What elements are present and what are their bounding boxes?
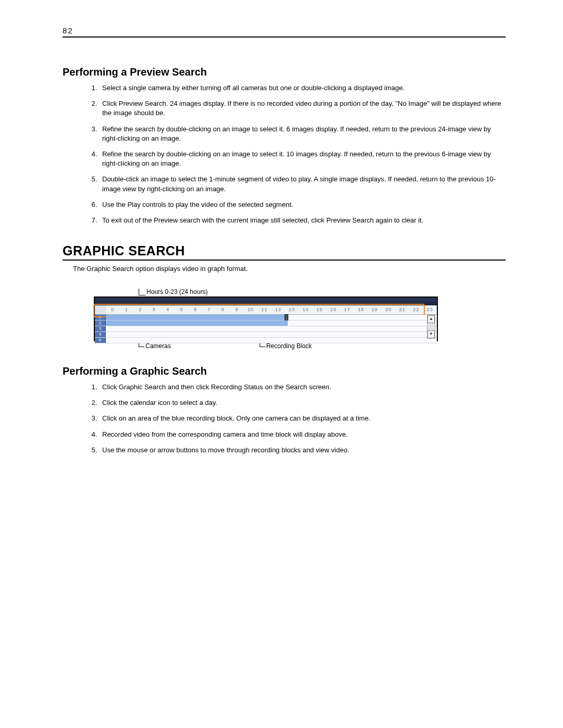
hour-cell: 10	[244, 305, 258, 314]
list-item: Click on an area of the blue recording b…	[99, 414, 506, 423]
hour-cell: 1	[119, 305, 133, 314]
camera-row: 2	[95, 320, 437, 326]
camera-label: 1	[95, 315, 106, 320]
list-item: Double-click an image to select the 1-mi…	[99, 175, 506, 193]
graphic-search-steps: Click Graphic Search and then click Reco…	[63, 382, 506, 455]
heading-preview-search: Performing a Preview Search	[63, 66, 506, 78]
list-item: Click Graphic Search and then click Reco…	[99, 382, 506, 392]
hour-cell: 6	[189, 305, 202, 314]
callout-recording-block: Recording Block	[260, 342, 312, 350]
recording-area[interactable]	[106, 315, 437, 320]
hour-cell: 21	[396, 305, 409, 314]
hour-cell: 16	[326, 305, 340, 314]
camera-label: 3	[95, 326, 106, 331]
callout-line-icon	[139, 289, 145, 295]
graphic-search-figure: Hours 0-23 (24 hours) 0 1 2 3 4 5 6 7 8 …	[94, 288, 438, 350]
bottom-callouts: Cameras Recording Block	[94, 342, 438, 350]
hour-cell: 0	[106, 305, 119, 314]
document-page: 82 Performing a Preview Search Select a …	[0, 0, 563, 499]
recording-block[interactable]	[106, 315, 288, 320]
page-header: 82	[63, 26, 506, 38]
callout-hours: Hours 0-23 (24 hours)	[139, 288, 438, 295]
vertical-scrollbar[interactable]: ▲ ▼	[427, 315, 435, 339]
hour-cell: 4	[161, 305, 175, 314]
list-item: Recorded video from the corresponding ca…	[99, 430, 506, 439]
hour-cell: 23	[423, 305, 436, 314]
list-item: Use the Play controls to play the video …	[99, 200, 506, 209]
timeline-header-bar	[95, 298, 437, 305]
hour-cell: 5	[175, 305, 188, 314]
page-number: 82	[63, 26, 74, 35]
hour-cell: 17	[340, 305, 354, 314]
section-divider	[63, 260, 506, 261]
hour-cell: 13	[285, 305, 299, 314]
hours-row: 0 1 2 3 4 5 6 7 8 9 10 11 12 13 14 15 16…	[95, 305, 437, 315]
camera-row: 4	[95, 332, 437, 338]
camera-row: 5	[95, 338, 437, 343]
recording-block[interactable]	[106, 320, 288, 326]
list-item: Use the mouse or arrow buttons to move t…	[99, 446, 506, 455]
scroll-up-icon[interactable]: ▲	[427, 315, 435, 323]
preview-search-steps: Select a single camera by either turning…	[63, 83, 506, 225]
recording-area[interactable]	[106, 320, 437, 326]
hour-cell: 12	[271, 305, 285, 314]
hour-cell: 14	[299, 305, 312, 314]
list-item: Click the calendar icon to select a day.	[99, 398, 506, 408]
hour-cell: 7	[202, 305, 216, 314]
hour-cell: 2	[133, 305, 147, 314]
hour-cell: 19	[368, 305, 382, 314]
camera-column-header	[95, 305, 106, 314]
list-item: To exit out of the Preview search with t…	[99, 216, 506, 225]
heading-graphic-search: GRAPHIC SEARCH	[63, 243, 506, 258]
heading-performing-graphic-search: Performing a Graphic Search	[63, 365, 506, 377]
hour-cell: 22	[409, 305, 423, 314]
hour-cell: 3	[147, 305, 161, 314]
hour-cell: 18	[354, 305, 368, 314]
camera-label: 2	[95, 320, 106, 326]
callout-recording-label: Recording Block	[266, 342, 312, 350]
recording-area[interactable]	[106, 326, 437, 331]
camera-row: 1	[95, 315, 437, 320]
recording-area[interactable]	[106, 332, 437, 337]
camera-label: 4	[95, 332, 106, 337]
callout-cameras-label: Cameras	[145, 342, 171, 350]
timeline-panel: 0 1 2 3 4 5 6 7 8 9 10 11 12 13 14 15 16…	[94, 297, 438, 341]
hour-cell: 9	[230, 305, 243, 314]
list-item: Click Preview Search. 24 images display.…	[99, 99, 506, 118]
hour-cell: 20	[382, 305, 395, 314]
camera-row: 3	[95, 326, 437, 332]
graphic-search-intro: The Graphic Search option displays video…	[63, 265, 506, 273]
list-item: Select a single camera by either turning…	[99, 83, 506, 93]
scroll-down-icon[interactable]: ▼	[427, 330, 435, 338]
callout-cameras: Cameras	[139, 342, 171, 350]
list-item: Refine the search by double-clicking on …	[99, 125, 506, 143]
list-item: Refine the search by double-clicking on …	[99, 150, 506, 168]
hour-cell: 8	[216, 305, 230, 314]
callout-hours-label: Hours 0-23 (24 hours)	[146, 288, 207, 295]
recording-area[interactable]	[106, 338, 437, 343]
hour-cell: 15	[313, 305, 326, 314]
camera-label: 5	[95, 338, 106, 343]
hour-cell: 11	[258, 305, 271, 314]
